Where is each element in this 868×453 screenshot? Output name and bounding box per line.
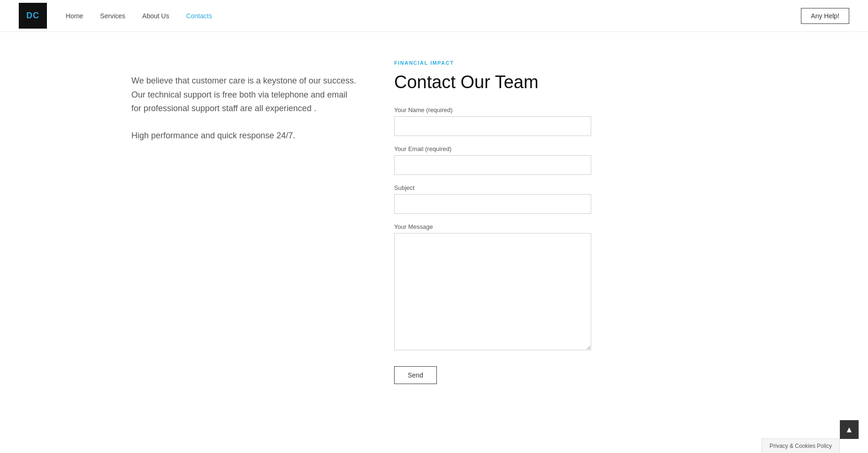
description-paragraph-2: High performance and quick response 24/7… bbox=[131, 129, 357, 143]
name-label: Your Name (required) bbox=[394, 106, 591, 113]
email-input[interactable] bbox=[394, 155, 591, 175]
contact-form-section: FINANCIAL IMPACT Contact Our Team Your N… bbox=[394, 60, 591, 384]
nav-item-contacts[interactable]: Contacts bbox=[186, 12, 212, 20]
nav-link-home[interactable]: Home bbox=[66, 12, 83, 20]
navbar-left: DC Home Services About Us Contacts bbox=[19, 3, 212, 29]
main-content: We believe that customer care is a keyst… bbox=[0, 32, 868, 412]
message-field-group: Your Message bbox=[394, 223, 591, 352]
name-input[interactable] bbox=[394, 116, 591, 136]
section-label: FINANCIAL IMPACT bbox=[394, 60, 591, 66]
send-button[interactable]: Send bbox=[394, 366, 437, 384]
contact-title: Contact Our Team bbox=[394, 72, 591, 92]
subject-field-group: Subject bbox=[394, 184, 591, 214]
logo[interactable]: DC bbox=[19, 3, 47, 29]
logo-text: DC bbox=[26, 11, 39, 21]
nav-link-contacts[interactable]: Contacts bbox=[186, 12, 212, 20]
privacy-footer[interactable]: Privacy & Cookies Policy bbox=[761, 438, 840, 453]
description-paragraph-1: We believe that customer care is a keyst… bbox=[131, 74, 357, 116]
name-field-group: Your Name (required) bbox=[394, 106, 591, 136]
nav-item-services[interactable]: Services bbox=[100, 12, 125, 20]
logo-dc: DC bbox=[26, 11, 39, 20]
nav-links: Home Services About Us Contacts bbox=[66, 12, 212, 20]
chevron-up-icon: ▲ bbox=[845, 425, 853, 435]
subject-label: Subject bbox=[394, 184, 591, 191]
nav-item-about[interactable]: About Us bbox=[142, 12, 169, 20]
message-textarea[interactable] bbox=[394, 233, 591, 350]
any-help-button[interactable]: Any Help! bbox=[801, 8, 849, 24]
navbar: DC Home Services About Us Contacts Any H… bbox=[0, 0, 868, 32]
left-section: We believe that customer care is a keyst… bbox=[131, 60, 357, 384]
message-label: Your Message bbox=[394, 223, 591, 230]
subject-input[interactable] bbox=[394, 194, 591, 214]
nav-item-home[interactable]: Home bbox=[66, 12, 83, 20]
nav-link-services[interactable]: Services bbox=[100, 12, 125, 20]
nav-link-about[interactable]: About Us bbox=[142, 12, 169, 20]
email-label: Your Email (required) bbox=[394, 145, 591, 152]
scroll-to-top-button[interactable]: ▲ bbox=[840, 420, 859, 439]
email-field-group: Your Email (required) bbox=[394, 145, 591, 175]
